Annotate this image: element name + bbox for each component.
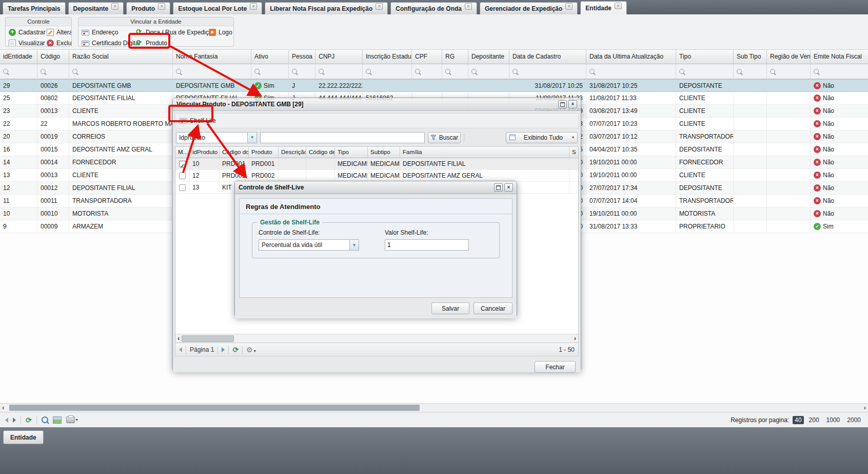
column-header-inscricao-estadual[interactable]: Inscrição Estadual [363,50,412,64]
filter-cnpj[interactable] [315,64,363,79]
column-header-tipo[interactable]: Tipo [335,147,368,158]
filter-tipo[interactable] [676,64,734,79]
filter-regiao-de-venda[interactable] [767,64,811,79]
scrollbar-thumb[interactable] [9,405,420,411]
tab-gerenciador-de-expedicao[interactable]: Gerenciador de Expedição× [480,2,578,14]
export-image-icon[interactable] [53,416,62,424]
bottom-tab-entidade[interactable]: Entidade [3,430,44,444]
close-icon[interactable]: × [568,100,577,108]
gear-icon[interactable]: ⚙▾ [246,346,256,354]
filter-depositante[interactable] [468,64,509,79]
column-header-m[interactable]: M... [175,147,190,158]
table-row[interactable]: 12PRD002PRD002MEDICAMENTOMEDICAMENTODEPO… [175,170,579,182]
filter-identidade[interactable] [0,64,37,79]
cancelar-button[interactable]: Cancelar [474,302,512,314]
search-field-combo[interactable]: Idproduto ▼ [176,132,257,143]
print-menu[interactable]: ▾ [66,416,78,423]
scroll-right-icon[interactable]: › [574,335,576,342]
column-header-produto[interactable]: Produto [249,147,279,158]
button-endereco[interactable]: Endereço [82,28,136,36]
table-row[interactable]: 2900026DEPOSITANTE GMBDEPOSITANTE GMBSim… [0,79,868,92]
column-header-razao-social[interactable]: Razão Social [69,50,173,64]
page-next-icon[interactable] [13,418,16,423]
page-size-2000[interactable]: 2000 [845,416,863,424]
fechar-button[interactable]: Fechar [535,361,576,373]
filter-codigo[interactable] [37,64,69,79]
button-excluir[interactable]: Excluir [47,39,72,47]
button-alterar[interactable]: Alterar [47,28,72,36]
column-header-regiao-de-venda[interactable]: Região de Venda [767,50,811,64]
tab-close-icon[interactable]: × [250,3,257,10]
window-titlebar[interactable]: Vincular Produto - DEPOSITANTE GMB [29] … [173,98,581,111]
chevron-down-icon[interactable]: ▼ [349,240,359,250]
prev-page-icon[interactable] [179,347,182,352]
tab-produto[interactable]: Produto× [126,2,170,14]
button-produto[interactable]: Produto [136,39,209,47]
scroll-left-icon[interactable]: ‹ [2,404,4,411]
column-header-emite-nota-fiscal[interactable]: Emite Nota Fiscal [811,50,868,64]
button-logo[interactable]: Logo [209,28,233,36]
filter-razao-social[interactable] [69,64,173,79]
column-header-descricao-v[interactable]: Descrição V... [279,147,306,158]
exibindo-tudo-dropdown[interactable]: Exibindo Tudo ▾ [506,132,578,143]
checkbox[interactable] [179,161,186,167]
refresh-icon[interactable]: ⟳ [232,346,239,354]
column-header-familia[interactable]: Família [400,147,569,158]
chevron-down-icon[interactable]: ▼ [247,132,257,143]
search-input[interactable] [260,132,425,143]
button-cadastrar[interactable]: Cadastrar [9,28,47,36]
column-header-depositante[interactable]: Depositante [468,50,509,64]
filter-rg[interactable] [442,64,468,79]
tab-close-icon[interactable]: × [158,3,165,10]
column-header-nome-fantasia[interactable]: Nome Fantasia [173,50,251,64]
buscar-button[interactable]: Buscar [428,132,461,143]
close-icon[interactable]: × [504,183,513,192]
filter-sub-tipo[interactable] [734,64,767,79]
scroll-right-icon[interactable]: › [864,404,866,411]
page-size-1000[interactable]: 1000 [824,416,842,424]
filter-data-de-cadastro[interactable] [509,64,586,79]
window-titlebar[interactable]: Controle de Shelf-Live × [235,181,517,194]
column-header-pessoa[interactable]: Pessoa [289,50,315,64]
tab-liberar-nota-fiscal-para-expedicao[interactable]: Liberar Nota Fiscal para Expedição× [265,2,388,14]
tab-estoque-local-por-lote[interactable]: Estoque Local Por Lote× [173,2,262,14]
tab-close-icon[interactable]: × [565,3,573,10]
column-header-sub-tipo[interactable]: Sub Tipo [734,50,767,64]
salvar-button[interactable]: Salvar [431,302,469,314]
shelf-life-button[interactable]: Shelf-Life [180,117,216,125]
column-header-s[interactable]: S [569,147,579,158]
column-header-data-de-cadastro[interactable]: Data de Cadastro [509,50,586,64]
button-certificado-digital[interactable]: Certificado Digital [82,39,136,47]
column-header-tipo[interactable]: Tipo [676,50,734,64]
checkbox[interactable] [179,184,186,191]
table-row[interactable]: 10PRD001PRD001MEDICAMENTOMEDICAMENTODEPO… [175,158,579,170]
column-header-subtipo[interactable]: Subtipo [368,147,400,158]
button-doca-rua-de-expedicao[interactable]: Doca / Rua de Expedição [136,28,209,36]
maximize-icon[interactable] [558,100,567,108]
column-header-codigo-de-r[interactable]: Código de R... [306,147,335,158]
tab-configuracao-de-onda[interactable]: Configuração de Onda× [390,2,477,14]
checkbox[interactable] [179,173,186,179]
scrollbar-thumb[interactable] [182,335,234,342]
column-header-ativo[interactable]: Ativo [251,50,289,64]
tab-tarefas-principais[interactable]: Tarefas Principais [3,2,66,14]
refresh-icon[interactable]: ⟳ [26,416,32,424]
tab-entidade[interactable]: Entidade× [580,1,627,14]
page-size-40[interactable]: 40 [793,416,803,424]
column-header-identidade[interactable]: idEntidade [0,50,37,64]
column-header-idproduto[interactable]: idProduto [190,147,220,158]
maximize-icon[interactable] [494,183,503,192]
filter-emite-nota-fiscal[interactable] [811,64,868,79]
page-size-200[interactable]: 200 [807,416,821,424]
column-header-cpf[interactable]: CPF [412,50,442,64]
tab-close-icon[interactable]: × [111,3,119,10]
filter-inscricao-estadual[interactable] [363,64,412,79]
filter-nome-fantasia[interactable] [173,64,251,79]
column-header-cnpj[interactable]: CNPJ [315,50,363,64]
page-prev-icon[interactable] [5,418,8,423]
column-header-codigo[interactable]: Código [37,50,69,64]
tab-depositante[interactable]: Depositante× [68,2,124,14]
button-visualizar[interactable]: Visualizar [9,39,47,47]
controle-shelf-life-combo[interactable]: Percentual da vida útil ▼ [259,239,359,251]
filter-cpf[interactable] [412,64,442,79]
